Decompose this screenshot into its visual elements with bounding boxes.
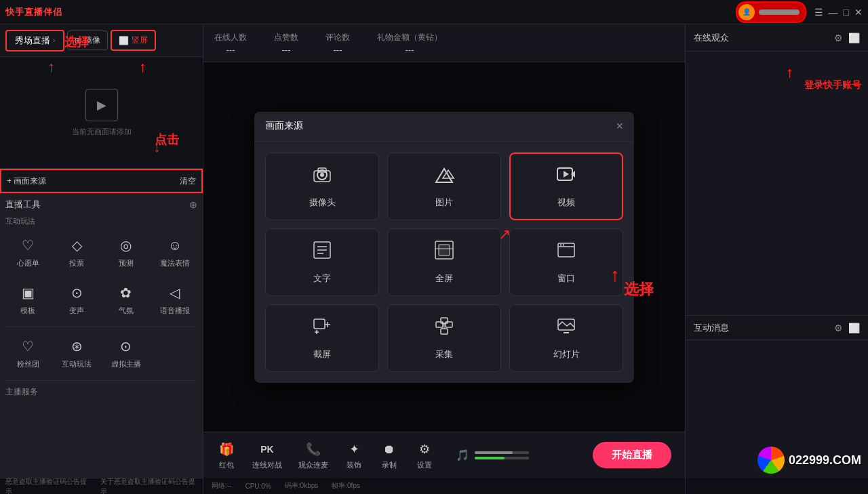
tool-redpacket[interactable]: 🎁 红包 bbox=[217, 440, 236, 470]
right-panel: 在线观众 ⚙ ⬜ 登录快手账号 ↑ 互动消息 ⚙ ⬜ bbox=[685, 24, 868, 494]
stat-online: 在线人数 --- bbox=[214, 32, 247, 55]
start-live-button[interactable]: 开始直播 bbox=[593, 442, 671, 468]
tool-virtual-host[interactable]: ⊙ 虚拟主播 bbox=[104, 333, 149, 372]
dialog-overlay: 画面来源 × 摄像头 bbox=[203, 62, 685, 432]
svg-marker-5 bbox=[443, 170, 454, 178]
tools-settings-icon[interactable]: ⊕ bbox=[189, 199, 197, 210]
dialog-header: 画面来源 × bbox=[254, 112, 634, 142]
messages-settings-icon[interactable]: ⚙ bbox=[834, 323, 843, 333]
volume-bar-1[interactable] bbox=[475, 451, 529, 454]
dialog-item-capture[interactable]: 采集 bbox=[387, 304, 501, 372]
record-label: 录制 bbox=[382, 460, 397, 470]
volume-bar-2[interactable] bbox=[475, 457, 529, 459]
tool-interactive[interactable]: ⊛ 互动玩法 bbox=[54, 333, 99, 372]
template-label: 模板 bbox=[20, 306, 35, 316]
dialog-item-screenshot[interactable]: 截屏 bbox=[265, 304, 379, 372]
vote-icon: ◇ bbox=[66, 234, 87, 256]
user-profile[interactable]: 👤 bbox=[736, 1, 806, 23]
video-icon bbox=[555, 163, 577, 190]
tool-voice-broadcast[interactable]: ◁ 语音播报 bbox=[153, 279, 197, 318]
host-service-label: 主播服务 bbox=[5, 386, 197, 398]
audience-area: 登录快手账号 ↑ bbox=[686, 52, 868, 315]
dialog-item-fullscreen[interactable]: 全屏 ↗ bbox=[387, 228, 501, 296]
live-button[interactable]: 秀场直播 › bbox=[5, 30, 64, 52]
tool-voice-change[interactable]: ⊙ 变声 bbox=[54, 279, 99, 318]
mirror-button[interactable]: ⊞ 镜像 bbox=[67, 30, 108, 50]
add-scene-button[interactable]: + 画面来源 bbox=[7, 176, 174, 187]
tools-grid-1: ♡ 心愿单 ◇ 投票 ◎ 预测 ☺ 魔法表情 bbox=[5, 232, 197, 271]
tool-wishlist[interactable]: ♡ 心愿单 bbox=[5, 232, 50, 271]
fans-icon: ♡ bbox=[17, 335, 39, 357]
svg-point-1 bbox=[320, 173, 324, 177]
stat-gifts: 礼物金额（黄钻） --- bbox=[377, 32, 442, 55]
notice1: 恶意盗取主播验证码公告提示 bbox=[5, 477, 90, 495]
svg-point-19 bbox=[563, 244, 564, 245]
record-icon: ⏺ bbox=[380, 440, 399, 459]
redpacket-label: 红包 bbox=[219, 460, 234, 470]
watermark-logo bbox=[757, 447, 785, 474]
dialog-close-button[interactable]: × bbox=[616, 119, 623, 133]
text-icon bbox=[311, 239, 333, 266]
tool-record[interactable]: ⏺ 录制 bbox=[380, 440, 399, 470]
audience-expand-icon[interactable]: ⬜ bbox=[848, 33, 860, 43]
likes-value: --- bbox=[282, 45, 291, 55]
close-button[interactable]: ✕ bbox=[854, 7, 863, 18]
audience-link-label: 观众连麦 bbox=[298, 460, 328, 470]
tool-decoration[interactable]: ✦ 装饰 bbox=[344, 440, 363, 470]
preview-text: 当前无画面请添加 bbox=[72, 127, 132, 137]
audience-title: 在线观众 bbox=[694, 32, 729, 44]
tool-atmosphere[interactable]: ✿ 气氛 bbox=[104, 279, 149, 318]
fans-label: 粉丝团 bbox=[17, 359, 39, 369]
preview-play-icon: ▶ bbox=[85, 89, 118, 121]
dialog-item-image[interactable]: 图片 bbox=[387, 152, 501, 220]
screencast-button[interactable]: ⬜ 竖屏 bbox=[111, 30, 156, 51]
network-status: 网络:-- bbox=[212, 481, 231, 491]
tool-vote[interactable]: ◇ 投票 bbox=[54, 232, 99, 271]
dialog-item-video[interactable]: 视频 bbox=[509, 152, 623, 220]
dialog-box: 画面来源 × 摄像头 bbox=[254, 112, 634, 383]
tool-template[interactable]: ▣ 模板 bbox=[5, 279, 50, 318]
fps-status: 帧率:0fps bbox=[332, 481, 360, 491]
preview-area: ▶ 当前无画面请添加 点击 ↓ bbox=[0, 57, 203, 169]
comments-value: --- bbox=[334, 45, 342, 55]
tool-fans[interactable]: ♡ 粉丝团 bbox=[5, 333, 50, 372]
dialog-item-window[interactable]: 窗口 bbox=[509, 228, 623, 296]
svg-rect-14 bbox=[439, 245, 450, 255]
tool-emoji[interactable]: ☺ 魔法表情 bbox=[153, 232, 197, 271]
tool-settings[interactable]: ⚙ 设置 bbox=[415, 440, 434, 470]
fullscreen-label: 全屏 bbox=[435, 272, 453, 285]
messages-expand-icon[interactable]: ⬜ bbox=[848, 323, 860, 333]
watermark: 022999.COM bbox=[757, 447, 861, 474]
center-status-bar: 网络:-- CPU:0% 码率:0kbps 帧率:0fps bbox=[203, 478, 685, 494]
voice-broadcast-icon: ◁ bbox=[164, 282, 186, 304]
gifts-label: 礼物金额（黄钻） bbox=[377, 32, 442, 43]
predict-label: 预测 bbox=[119, 258, 134, 268]
restore-button[interactable]: □ bbox=[844, 7, 849, 18]
chevron-icon: › bbox=[53, 37, 55, 44]
main-layout: 秀场直播 › ⊞ 镜像 ⬜ 竖屏 ↑ ↑ 选择 ▶ 当前无画面请添加 点击 bbox=[0, 24, 868, 494]
divider bbox=[5, 327, 197, 327]
wishlist-label: 心愿单 bbox=[17, 258, 39, 268]
dialog-item-slideshow[interactable]: 幻灯片 bbox=[509, 304, 623, 372]
vote-label: 投票 bbox=[69, 258, 84, 268]
atmosphere-icon: ✿ bbox=[115, 282, 137, 304]
dialog-item-text[interactable]: 文字 bbox=[265, 228, 379, 296]
tool-audience-link[interactable]: 📞 观众连麦 bbox=[298, 440, 328, 470]
audience-header: 在线观众 ⚙ ⬜ bbox=[686, 24, 868, 52]
audience-settings-icon[interactable]: ⚙ bbox=[834, 33, 843, 43]
capture-icon bbox=[433, 315, 455, 342]
tool-predict[interactable]: ◎ 预测 bbox=[104, 232, 149, 271]
right-status-bar: 022999.COM bbox=[686, 478, 868, 494]
slideshow-label: 幻灯片 bbox=[553, 348, 580, 361]
voice-change-icon: ⊙ bbox=[66, 282, 87, 304]
clear-scene-button[interactable]: 清空 bbox=[180, 176, 196, 187]
dialog-item-camera[interactable]: 摄像头 bbox=[265, 152, 379, 220]
title-bar: 快手直播伴侣 👤 ☰ — □ ✕ bbox=[0, 0, 868, 24]
svg-rect-26 bbox=[446, 322, 452, 327]
minimize-button[interactable]: — bbox=[829, 7, 838, 18]
tool-pk[interactable]: PK 连线对战 bbox=[252, 440, 282, 470]
menu-button[interactable]: ☰ bbox=[814, 7, 823, 18]
login-annotation: 登录快手账号 bbox=[804, 79, 861, 92]
virtual-host-label: 虚拟主播 bbox=[111, 359, 141, 369]
video-label: 视频 bbox=[557, 197, 575, 209]
